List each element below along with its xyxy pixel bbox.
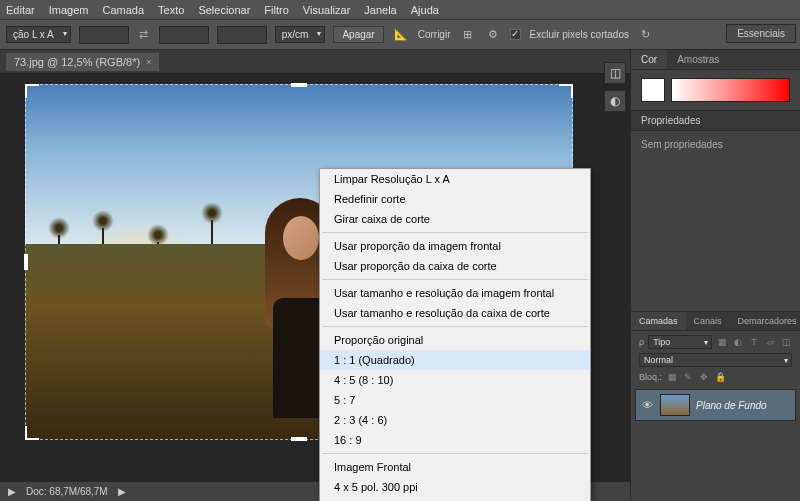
- crop-context-menu: Limpar Resolução L x A Redefinir corte G…: [319, 168, 591, 501]
- lock-label: Bloq.:: [639, 372, 662, 382]
- properties-header[interactable]: Propriedades: [631, 110, 800, 131]
- filter-adjust-icon[interactable]: ◐: [732, 336, 744, 348]
- ctx-preset-4x5[interactable]: 4 x 5 pol. 300 ppi: [320, 477, 590, 497]
- foreground-color[interactable]: [641, 78, 665, 102]
- layer-thumbnail[interactable]: [660, 394, 690, 416]
- crop-width-input[interactable]: [79, 26, 129, 44]
- ctx-rotate-crop[interactable]: Girar caixa de corte: [320, 209, 590, 229]
- collapsed-panels: ◫ ◐: [600, 56, 630, 118]
- ctx-reset-crop[interactable]: Redefinir corte: [320, 189, 590, 209]
- straighten-icon[interactable]: 📐: [392, 26, 410, 44]
- unit-dropdown[interactable]: px/cm: [275, 26, 326, 43]
- menu-texto[interactable]: Texto: [158, 4, 184, 16]
- menu-janela[interactable]: Janela: [364, 4, 396, 16]
- crop-ratio-preset[interactable]: ção L x A: [6, 26, 71, 43]
- delete-cropped-label: Excluir pixels cortados: [529, 29, 628, 40]
- tab-swatches[interactable]: Amostras: [667, 50, 729, 69]
- menu-camada[interactable]: Camada: [103, 4, 145, 16]
- layer-list: 👁 Plano de Fundo: [635, 389, 796, 421]
- filter-type-icon[interactable]: T: [748, 336, 760, 348]
- status-doc-size[interactable]: Doc: 68,7M/68,7M: [26, 486, 108, 497]
- menu-filtro[interactable]: Filtro: [264, 4, 288, 16]
- layer-row[interactable]: 👁 Plano de Fundo: [636, 390, 795, 420]
- properties-content: Sem propriedades: [631, 131, 800, 311]
- menu-bar: Editar Imagem Camada Texto Selecionar Fi…: [0, 0, 800, 20]
- layer-filter-dropdown[interactable]: Tipo: [648, 335, 712, 349]
- status-arrow2-icon[interactable]: ▶: [118, 486, 126, 497]
- document-tab[interactable]: 73.jpg @ 12,5% (RGB/8*) ×: [6, 53, 159, 71]
- tab-paths[interactable]: Demarcadores: [730, 312, 800, 330]
- ctx-use-front-ratio[interactable]: Usar proporção da imagem frontal: [320, 236, 590, 256]
- ctx-ratio-1-1[interactable]: 1 : 1 (Quadrado): [320, 350, 590, 370]
- overlay-icon[interactable]: ⊞: [458, 26, 476, 44]
- status-arrow-icon[interactable]: ▶: [8, 486, 16, 497]
- settings-icon[interactable]: ⚙: [484, 26, 502, 44]
- ctx-sep: [322, 232, 588, 233]
- ctx-use-crop-ratio[interactable]: Usar proporção da caixa de corte: [320, 256, 590, 276]
- menu-ajuda[interactable]: Ajuda: [411, 4, 439, 16]
- filter-pixel-icon[interactable]: ▦: [716, 336, 728, 348]
- reset-icon[interactable]: ↻: [637, 26, 655, 44]
- ctx-use-front-size[interactable]: Usar tamanho e resolução da imagem front…: [320, 283, 590, 303]
- ctx-sep: [322, 326, 588, 327]
- clear-button[interactable]: Apagar: [333, 26, 383, 43]
- layers-panel-tabs: Camadas Canais Demarcadores: [631, 311, 800, 331]
- brush-panel-icon[interactable]: ◐: [604, 90, 626, 112]
- close-tab-icon[interactable]: ×: [146, 57, 151, 67]
- menu-selecionar[interactable]: Selecionar: [198, 4, 250, 16]
- menu-editar[interactable]: Editar: [6, 4, 35, 16]
- filter-smart-icon[interactable]: ◫: [780, 336, 792, 348]
- ctx-ratio-2-3[interactable]: 2 : 3 (4 : 6): [320, 410, 590, 430]
- ctx-preset-letter[interactable]: 8,5 x 11 pol. 300 ppi: [320, 497, 590, 501]
- menu-visualizar[interactable]: Visualizar: [303, 4, 351, 16]
- color-panel-tabs: Cor Amostras: [631, 50, 800, 70]
- ctx-use-crop-size[interactable]: Usar tamanho e resolução da caixa de cor…: [320, 303, 590, 323]
- tab-layers[interactable]: Camadas: [631, 312, 686, 330]
- ctx-original-ratio[interactable]: Proporção original: [320, 330, 590, 350]
- menu-imagem[interactable]: Imagem: [49, 4, 89, 16]
- straighten-label: Corrigir: [418, 29, 451, 40]
- delete-cropped-checkbox[interactable]: [510, 29, 521, 40]
- document-tab-label: 73.jpg @ 12,5% (RGB/8*): [14, 56, 140, 68]
- history-panel-icon[interactable]: ◫: [604, 62, 626, 84]
- lock-transparent-icon[interactable]: ▦: [666, 371, 678, 383]
- workspace-dropdown[interactable]: Essenciais: [726, 24, 796, 43]
- layer-controls: ρ Tipo ▦ ◐ T ▱ ◫ Normal Bloq.: ▦ ✎ ✥ 🔒: [631, 331, 800, 387]
- ctx-sep: [322, 453, 588, 454]
- lock-pixels-icon[interactable]: ✎: [682, 371, 694, 383]
- tab-channels[interactable]: Canais: [686, 312, 730, 330]
- ctx-ratio-4-5[interactable]: 4 : 5 (8 : 10): [320, 370, 590, 390]
- ctx-clear-resolution[interactable]: Limpar Resolução L x A: [320, 169, 590, 189]
- options-bar: ção L x A ⇄ px/cm Apagar 📐 Corrigir ⊞ ⚙ …: [0, 20, 800, 50]
- ctx-sep: [322, 279, 588, 280]
- right-panels: Cor Amostras Propriedades Sem propriedad…: [630, 50, 800, 501]
- visibility-icon[interactable]: 👁: [640, 399, 654, 411]
- swap-icon[interactable]: ⇄: [137, 28, 151, 42]
- crop-resolution-input[interactable]: [217, 26, 267, 44]
- ctx-front-image-header[interactable]: Imagem Frontal: [320, 457, 590, 477]
- crop-height-input[interactable]: [159, 26, 209, 44]
- lock-position-icon[interactable]: ✥: [698, 371, 710, 383]
- blend-mode-dropdown[interactable]: Normal: [639, 353, 792, 367]
- tab-color[interactable]: Cor: [631, 50, 667, 69]
- filter-shape-icon[interactable]: ▱: [764, 336, 776, 348]
- color-panel: [631, 70, 800, 110]
- ctx-ratio-5-7[interactable]: 5 : 7: [320, 390, 590, 410]
- layer-name[interactable]: Plano de Fundo: [696, 400, 767, 411]
- lock-all-icon[interactable]: 🔒: [714, 371, 726, 383]
- ctx-ratio-16-9[interactable]: 16 : 9: [320, 430, 590, 450]
- color-spectrum[interactable]: [671, 78, 790, 102]
- filter-label: ρ: [639, 337, 644, 347]
